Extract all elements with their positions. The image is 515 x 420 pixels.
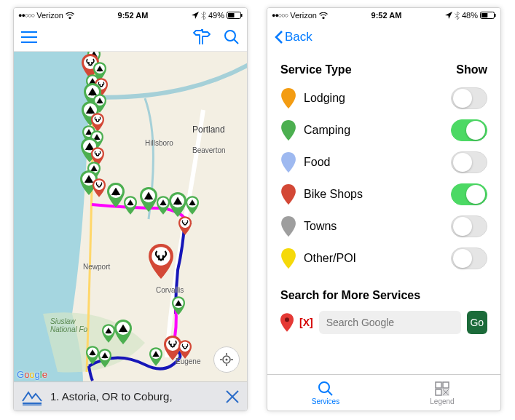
route-bar: 1. Astoria, OR to Coburg,	[14, 381, 247, 411]
service-row: Towns	[280, 210, 487, 242]
service-pin-icon	[280, 216, 296, 237]
time-label: 9:52 AM	[118, 11, 149, 20]
service-label: Towns	[304, 220, 444, 233]
camping-pin-icon[interactable]	[172, 296, 189, 321]
svg-rect-42	[495, 14, 496, 17]
battery-pct-label: 48%	[462, 11, 478, 20]
svg-rect-48	[443, 382, 449, 388]
time-label: 9:52 AM	[371, 11, 402, 20]
left-phone: ●●○○○ Verizon 9:52 AM 49%	[13, 7, 248, 411]
signal-dots-icon: ●●○○○	[272, 12, 288, 19]
directions-icon[interactable]	[193, 29, 211, 45]
search-input[interactable]	[319, 311, 461, 334]
nav-bar: Back	[267, 23, 500, 52]
tab-services[interactable]: Services	[267, 375, 384, 411]
svg-rect-1	[241, 14, 243, 17]
svg-point-37	[166, 338, 179, 351]
service-toggle[interactable]	[451, 247, 487, 269]
svg-point-44	[285, 317, 289, 322]
status-bar: ●●○○○ Verizon 9:52 AM 48%	[267, 8, 500, 23]
tab-legend[interactable]: Legend	[384, 375, 500, 411]
clear-search-button[interactable]: [X]	[299, 317, 313, 328]
bikeshop-pin-icon[interactable]	[149, 244, 166, 269]
services-panel: Service Type Show Lodging Camping Food B…	[267, 52, 500, 334]
service-toggle[interactable]	[451, 119, 487, 141]
svg-point-29	[180, 218, 190, 229]
carrier-label: Verizon	[290, 11, 317, 20]
service-pin-icon	[280, 248, 296, 269]
service-label: Bike Shops	[304, 188, 444, 201]
service-pin-icon	[280, 120, 296, 140]
services-header: Service Type Show	[280, 63, 487, 76]
wifi-icon	[66, 12, 74, 19]
service-pin-icon	[280, 184, 296, 205]
service-label: Lodging	[304, 92, 444, 105]
close-icon[interactable]	[225, 389, 240, 404]
svg-point-19	[93, 149, 103, 159]
svg-line-4	[234, 39, 238, 44]
battery-icon	[480, 12, 496, 19]
nav-bar	[14, 23, 247, 52]
svg-point-30	[152, 247, 170, 265]
service-row: Other/POI	[280, 242, 487, 274]
svg-point-45	[319, 382, 329, 392]
search-pin-icon	[280, 313, 294, 332]
location-icon	[192, 12, 199, 19]
svg-point-22	[94, 181, 104, 191]
search-heading: Search for More Services	[280, 289, 487, 302]
camping-pin-icon[interactable]	[102, 324, 119, 349]
svg-point-6	[226, 359, 228, 361]
status-left: ●●○○○ Verizon	[18, 11, 74, 20]
svg-rect-2	[228, 13, 235, 17]
go-button[interactable]: Go	[467, 311, 487, 334]
camping-pin-icon[interactable]	[107, 183, 125, 207]
tab-bar: Services Legend	[267, 374, 500, 411]
status-right: 48%	[445, 11, 496, 20]
status-right: 49%	[192, 11, 243, 20]
carrier-label: Verizon	[36, 11, 63, 20]
right-phone: ●●○○○ Verizon 9:52 AM 48% Back Service T…	[267, 7, 501, 411]
elevation-icon[interactable]	[21, 388, 43, 405]
svg-point-15	[93, 115, 103, 125]
service-pin-icon	[280, 152, 296, 173]
camping-pin-icon[interactable]	[140, 187, 157, 212]
battery-icon	[227, 12, 243, 19]
svg-rect-47	[436, 382, 441, 388]
svg-point-3	[225, 31, 235, 41]
city-label-beaverton: Beaverton	[192, 146, 226, 154]
svg-rect-49	[436, 389, 441, 395]
service-row: Bike Shops	[280, 178, 487, 210]
bikeshop-pin-icon[interactable]	[178, 216, 196, 241]
status-left: ●●○○○ Verizon	[272, 11, 328, 20]
svg-point-38	[180, 342, 190, 352]
locate-me-button[interactable]	[213, 346, 240, 373]
service-toggle[interactable]	[451, 87, 487, 109]
service-toggle[interactable]	[451, 183, 487, 205]
service-toggle[interactable]	[451, 215, 487, 237]
back-label: Back	[285, 30, 312, 44]
service-toggle[interactable]	[451, 151, 487, 173]
google-attribution: Google	[17, 369, 47, 380]
tab-services-label: Services	[312, 397, 339, 405]
tab-legend-label: Legend	[430, 397, 454, 405]
city-label-corvallis: Corvallis	[156, 286, 184, 294]
camping-pin-icon[interactable]	[169, 192, 186, 217]
service-label: Camping	[304, 124, 444, 137]
camping-pin-icon[interactable]	[98, 349, 116, 373]
route-label[interactable]: 1. Astoria, OR to Coburg,	[50, 390, 218, 403]
bikeshop-pin-icon[interactable]	[178, 340, 196, 365]
service-row: Camping	[280, 114, 487, 146]
back-button[interactable]: Back	[275, 30, 312, 44]
status-bar: ●●○○○ Verizon 9:52 AM 49%	[14, 8, 247, 23]
forest-label-siuslaw: Siuslaw National Fo	[50, 317, 87, 333]
city-label-portland: Portland	[192, 124, 225, 135]
city-label-newport: Newport	[83, 263, 110, 271]
search-icon[interactable]	[224, 29, 240, 45]
camping-pin-icon[interactable]	[124, 196, 141, 221]
menu-icon[interactable]	[21, 31, 37, 43]
svg-rect-43	[481, 13, 487, 17]
service-pin-icon	[280, 88, 296, 108]
map-canvas[interactable]: Portland Hillsboro Beaverton Sa Newport …	[14, 52, 247, 383]
service-row: Food	[280, 146, 487, 178]
search-section: Search for More Services [X] Go	[280, 289, 487, 334]
